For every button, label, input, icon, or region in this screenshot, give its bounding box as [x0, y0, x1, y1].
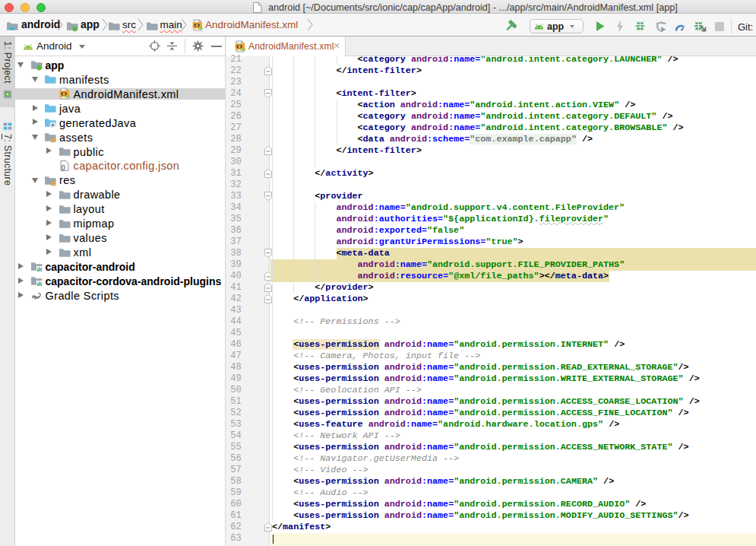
svg-text:{}: {}	[61, 163, 65, 170]
